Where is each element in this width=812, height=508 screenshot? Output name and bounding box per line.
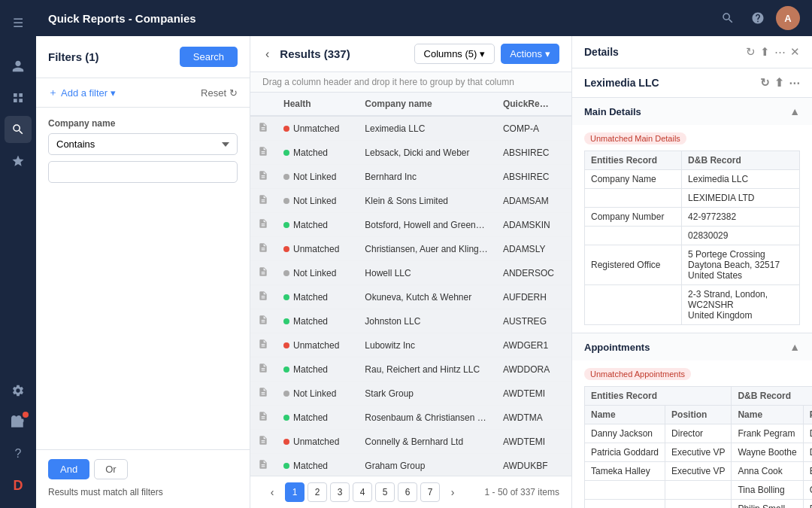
actions-button[interactable]: Actions ▾ — [501, 44, 559, 64]
search-button[interactable]: Search — [180, 47, 238, 67]
main-details-header[interactable]: Main Details ▲ — [572, 98, 812, 125]
add-filter-button[interactable]: ＋ Add a filter ▾ — [48, 86, 116, 99]
table-row: Danny Jackson Director Frank Pegram Dire… — [585, 424, 813, 443]
page-6-button[interactable]: 6 — [398, 482, 417, 502]
help-top-icon[interactable] — [746, 6, 770, 30]
menu-icon[interactable]: ☰ — [5, 9, 32, 36]
page-2-button[interactable]: 2 — [308, 482, 327, 502]
table-row[interactable]: Matched Johnston LLC AUSTREG — [250, 309, 571, 333]
table-row[interactable]: Matched Graham Group AWDUKBF — [250, 454, 571, 476]
status-dot — [283, 318, 289, 324]
filter-operator-select[interactable]: Contains Equals Starts with Ends with — [48, 133, 238, 155]
main-details-body: Unmatched Main Details Entities Record D… — [572, 125, 812, 333]
columns-button[interactable]: Columns (5) ▾ — [414, 44, 495, 64]
page-prev-button[interactable]: ‹ — [262, 482, 282, 502]
global-search-icon[interactable] — [716, 6, 740, 30]
more-detail-icon[interactable]: ⋯ — [774, 45, 786, 59]
filter-body: Company name Contains Equals Starts with… — [36, 108, 250, 449]
col-quickref[interactable]: QuickRe… — [495, 93, 571, 116]
health-label: Matched — [293, 461, 328, 471]
search-nav-icon[interactable] — [5, 116, 32, 143]
refresh-icon: ↻ — [229, 87, 238, 99]
quickref-cell: COMP-A — [495, 116, 571, 141]
company-icons: ↻ ⬆ ⋯ — [760, 76, 800, 90]
table-row[interactable]: Matched Rosenbaum & Christiansen PLC AWD… — [250, 406, 571, 430]
main-details-table: Entities Record D&B Record Company Name … — [584, 151, 800, 325]
company-more-icon[interactable]: ⋯ — [789, 76, 800, 90]
new-icon[interactable] — [5, 409, 32, 436]
table-row[interactable]: Matched Lebsack, Dicki and Weber ABSHIRE… — [250, 141, 571, 165]
company-share-icon[interactable]: ⬆ — [774, 76, 784, 90]
table-row[interactable]: Not Linked Bernhard Inc ABSHIREC — [250, 165, 571, 189]
page-5-button[interactable]: 5 — [375, 482, 395, 502]
results-title: Results (337) — [280, 47, 350, 60]
company-cell: Lebsack, Dicki and Weber — [357, 141, 495, 165]
people-icon[interactable] — [5, 53, 32, 80]
health-label: Matched — [293, 220, 328, 230]
table-row[interactable]: Matched Okuneva, Kutch & Wehner AUFDERH — [250, 285, 571, 309]
table-row[interactable]: Matched Rau, Reichert and Hintz LLC AWDD… — [250, 357, 571, 382]
results-actions: Columns (5) ▾ Actions ▾ — [414, 44, 559, 64]
col-name-d: Name — [732, 406, 803, 424]
chevron-down-icon: ▾ — [111, 87, 116, 99]
grid-icon[interactable] — [5, 84, 32, 111]
filter-value-input[interactable] — [48, 161, 238, 183]
avatar[interactable]: A — [776, 6, 800, 30]
and-button[interactable]: And — [48, 459, 89, 479]
company-refresh-icon[interactable]: ↻ — [760, 76, 770, 90]
or-button[interactable]: Or — [94, 459, 127, 479]
col-entities-record: Entities Record — [585, 387, 732, 406]
pagination: ‹ 1 2 3 4 5 6 7 › 1 - 50 of 337 items — [250, 476, 571, 508]
col-entities: Entities Record — [585, 151, 682, 170]
health-cell: Matched — [276, 309, 357, 333]
new-badge — [23, 412, 29, 418]
status-dot — [283, 198, 289, 204]
filters-header: Filters (1) Search — [36, 36, 250, 78]
reset-button[interactable]: Reset ↻ — [201, 87, 238, 99]
section-collapse-icon[interactable]: ▲ — [789, 105, 800, 117]
and-or-toggle: And Or — [48, 459, 238, 479]
cell-field — [585, 285, 682, 325]
page-7-button[interactable]: 7 — [420, 482, 440, 502]
row-doc-icon — [250, 261, 276, 285]
appointments-collapse-icon[interactable]: ▲ — [789, 341, 800, 353]
row-doc-icon — [250, 213, 276, 237]
results-back-button[interactable]: ‹ — [262, 44, 272, 64]
col-dnb: D&B Record — [682, 151, 800, 170]
table-row[interactable]: Unmatched Connelly & Bernhard Ltd AWDTEM… — [250, 430, 571, 454]
share-detail-icon[interactable]: ⬆ — [760, 45, 770, 59]
refresh-detail-icon[interactable]: ↻ — [746, 45, 756, 59]
table-row[interactable]: Not Linked Stark Group AWDTEMI — [250, 382, 571, 406]
settings-icon[interactable] — [5, 377, 32, 404]
page-next-button[interactable]: › — [443, 482, 462, 502]
cell-field — [585, 227, 682, 245]
health-cell: Not Linked — [276, 189, 357, 213]
col-health[interactable]: Health — [276, 93, 357, 116]
page-4-button[interactable]: 4 — [353, 482, 372, 502]
table-row[interactable]: Not Linked Howell LLC ANDERSOC — [250, 261, 571, 285]
table-row[interactable]: Unmatched Leximedia LLC COMP-A — [250, 116, 571, 141]
row-doc-icon — [250, 333, 276, 357]
cell-value: 42-9772382 — [682, 208, 800, 227]
col-dnb-record: D&B Record — [732, 387, 812, 406]
status-dot — [283, 270, 289, 276]
col-company[interactable]: Company name — [357, 93, 495, 116]
table-row[interactable]: Matched Botsford, Howell and Greenholt L… — [250, 213, 571, 237]
table-row[interactable]: Unmatched Lubowitz Inc AWDGER1 — [250, 333, 571, 357]
close-detail-icon[interactable]: ✕ — [790, 45, 800, 59]
page-1-button[interactable]: 1 — [285, 482, 304, 502]
help-icon[interactable]: ? — [5, 440, 32, 467]
page-3-button[interactable]: 3 — [330, 482, 350, 502]
health-label: Matched — [293, 148, 328, 158]
table-row[interactable]: Unmatched Christiansen, Auer and Kling P… — [250, 237, 571, 261]
health-label: Unmatched — [293, 437, 339, 447]
quickref-cell: AWDDORA — [495, 357, 571, 382]
appointments-section: Appointments ▲ Unmatched Appointments En… — [572, 333, 812, 508]
health-label: Unmatched — [293, 340, 339, 351]
star-icon[interactable] — [5, 148, 32, 175]
health-label: Unmatched — [293, 244, 339, 254]
table-row[interactable]: Not Linked Klein & Sons Limited ADAMSAM — [250, 189, 571, 213]
appointments-header[interactable]: Appointments ▲ — [572, 333, 812, 360]
company-cell: Leximedia LLC — [357, 116, 495, 141]
quickref-cell: ABSHIREC — [495, 141, 571, 165]
